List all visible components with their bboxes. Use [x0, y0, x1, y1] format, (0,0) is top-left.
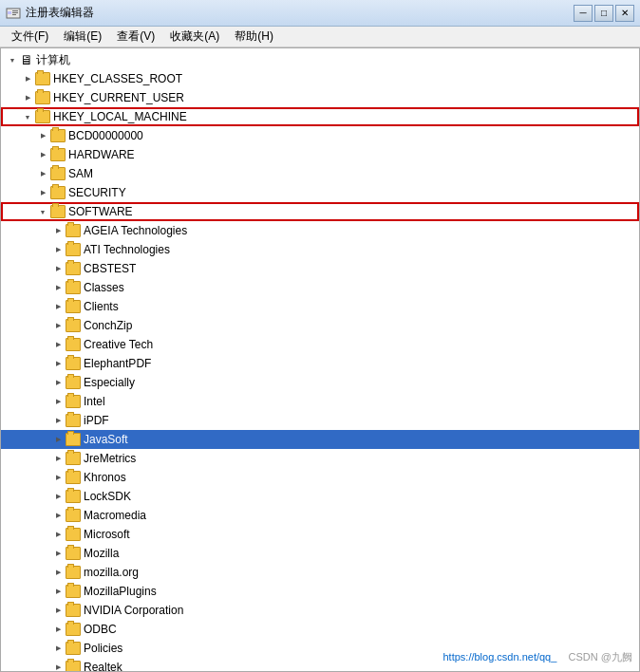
folder-icon: [50, 148, 66, 161]
tree-item[interactable]: JreMetrics: [1, 449, 639, 468]
tree-item[interactable]: HKEY_CLASSES_ROOT: [1, 69, 639, 88]
folder-icon: [66, 585, 81, 598]
tree-expander[interactable]: [20, 90, 35, 105]
tree-item[interactable]: SECURITY: [1, 183, 639, 202]
tree-item[interactable]: BCD00000000: [1, 126, 639, 145]
folder-icon: [66, 376, 81, 389]
folder-icon: [66, 414, 81, 427]
menu-view[interactable]: 查看(V): [109, 27, 162, 47]
tree-expander[interactable]: [50, 565, 66, 580]
tree-panel[interactable]: 🖥计算机HKEY_CLASSES_ROOTHKEY_CURRENT_USERHK…: [0, 47, 640, 672]
tree-item-label: iPDF: [84, 414, 109, 427]
tree-item[interactable]: ElephantPDF: [1, 354, 639, 373]
title-bar-controls[interactable]: ─ □ ✕: [574, 5, 634, 22]
tree-expander[interactable]: [50, 508, 66, 523]
tree-expander[interactable]: [50, 356, 66, 371]
folder-icon: [66, 433, 81, 446]
tree-item[interactable]: SAM: [1, 164, 639, 183]
folder-icon: [66, 490, 81, 503]
tree-expander[interactable]: [50, 584, 66, 599]
tree-item[interactable]: Mozilla: [1, 544, 639, 563]
folder-icon: [66, 471, 81, 484]
tree-item[interactable]: HARDWARE: [1, 145, 639, 164]
tree-item[interactable]: Macromedia: [1, 506, 639, 525]
tree-expander[interactable]: [50, 489, 66, 504]
tree-expander[interactable]: [35, 204, 50, 219]
tree-item[interactable]: Intel: [1, 392, 639, 411]
svg-rect-1: [8, 11, 11, 14]
folder-icon: [66, 262, 81, 275]
tree-item[interactable]: ODBC: [1, 620, 639, 639]
folder-icon: [66, 623, 81, 636]
tree-expander[interactable]: [35, 166, 50, 181]
tree-item[interactable]: Microsoft: [1, 525, 639, 544]
tree-item[interactable]: NVIDIA Corporation: [1, 601, 639, 620]
tree-expander[interactable]: [50, 660, 66, 672]
tree-expander[interactable]: [5, 52, 20, 67]
tree-item[interactable]: ConchZip: [1, 316, 639, 335]
tree-item[interactable]: Classes: [1, 278, 639, 297]
tree-expander[interactable]: [50, 299, 66, 314]
tree-item-label: ElephantPDF: [84, 357, 151, 370]
tree-expander[interactable]: [50, 280, 66, 295]
tree-expander[interactable]: [50, 641, 66, 656]
tree-expander[interactable]: [50, 413, 66, 428]
tree-item-label: Creative Tech: [84, 338, 153, 351]
tree-item[interactable]: iPDF: [1, 411, 639, 430]
tree-item[interactable]: ATI Technologies: [1, 240, 639, 259]
title-bar-icon: [6, 6, 21, 21]
svg-rect-2: [12, 10, 18, 11]
tree-item[interactable]: Policies: [1, 639, 639, 658]
menu-file[interactable]: 文件(F): [4, 27, 56, 47]
tree-expander[interactable]: [50, 375, 66, 390]
tree-expander[interactable]: [50, 546, 66, 561]
tree-item-label: Macromedia: [84, 509, 146, 522]
tree-root[interactable]: 🖥计算机: [1, 50, 639, 69]
menu-edit[interactable]: 编辑(E): [56, 27, 109, 47]
folder-icon: [66, 243, 81, 256]
tree-item[interactable]: LockSDK: [1, 487, 639, 506]
folder-icon: [66, 281, 81, 294]
tree-expander[interactable]: [35, 128, 50, 143]
tree-expander[interactable]: [50, 223, 66, 238]
tree-item-label: SECURITY: [68, 186, 126, 199]
tree-expander[interactable]: [50, 527, 66, 542]
tree-item[interactable]: Clients: [1, 297, 639, 316]
tree-expander[interactable]: [50, 470, 66, 485]
tree-expander[interactable]: [35, 185, 50, 200]
tree-item[interactable]: JavaSoft: [1, 430, 639, 449]
folder-icon: [66, 566, 81, 579]
tree-expander[interactable]: [20, 109, 35, 124]
menu-favorites[interactable]: 收藏夹(A): [162, 27, 227, 47]
menu-help[interactable]: 帮助(H): [227, 27, 281, 47]
tree-expander[interactable]: [20, 71, 35, 86]
tree-expander[interactable]: [50, 622, 66, 637]
tree-expander[interactable]: [50, 432, 66, 447]
tree-item[interactable]: Especially: [1, 373, 639, 392]
tree-item[interactable]: mozilla.org: [1, 563, 639, 582]
tree-item[interactable]: AGEIA Technologies: [1, 221, 639, 240]
tree-item[interactable]: MozillaPlugins: [1, 582, 639, 601]
tree-item[interactable]: HKEY_CURRENT_USER: [1, 88, 639, 107]
tree-item[interactable]: Realtek: [1, 658, 639, 672]
tree-item[interactable]: Khronos: [1, 468, 639, 487]
tree-item[interactable]: SOFTWARE: [1, 202, 639, 221]
minimize-button[interactable]: ─: [574, 5, 593, 22]
tree-item[interactable]: HKEY_LOCAL_MACHINE: [1, 107, 639, 126]
tree-expander[interactable]: [50, 451, 66, 466]
close-button[interactable]: ✕: [615, 5, 634, 22]
tree-item-label: Policies: [84, 642, 122, 655]
tree-expander[interactable]: [50, 242, 66, 257]
tree-item-label: LockSDK: [84, 490, 131, 503]
folder-icon: [66, 547, 81, 560]
maximize-button[interactable]: □: [594, 5, 613, 22]
tree-item-label: mozilla.org: [84, 566, 139, 579]
tree-expander[interactable]: [50, 261, 66, 276]
tree-expander[interactable]: [50, 394, 66, 409]
tree-expander[interactable]: [50, 318, 66, 333]
tree-item[interactable]: CBSTEST: [1, 259, 639, 278]
tree-item[interactable]: Creative Tech: [1, 335, 639, 354]
tree-expander[interactable]: [50, 337, 66, 352]
tree-expander[interactable]: [35, 147, 50, 162]
tree-expander[interactable]: [50, 603, 66, 618]
